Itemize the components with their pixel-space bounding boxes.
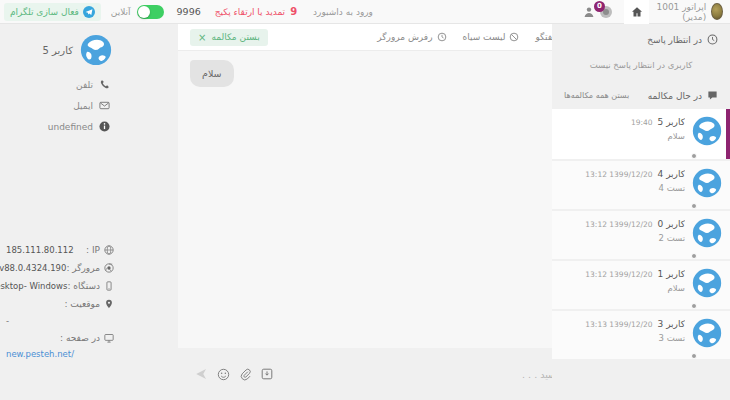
telegram-activate-button[interactable]: فعال سازی تلگرام bbox=[4, 3, 101, 21]
toggle-knob bbox=[138, 6, 150, 18]
attachment-icon[interactable] bbox=[239, 368, 252, 381]
home-icon bbox=[631, 6, 643, 18]
visitor-name: کاربر 5 bbox=[43, 45, 74, 56]
active-section-header: در حال مکالمه بستن همه مکالمه‌ها bbox=[552, 83, 730, 109]
notifications-button[interactable]: 0 bbox=[599, 5, 613, 19]
composer-icons bbox=[194, 367, 273, 381]
renew-label: تمدید یا ارتقاء پکیج bbox=[215, 7, 285, 17]
status-dot bbox=[691, 203, 697, 209]
chat-header: انتقال گفتگو لیست سیاه رفرش مرورگر بستن … bbox=[178, 24, 608, 51]
saved-replies-icon[interactable] bbox=[261, 368, 273, 380]
operator-name: اپراتور 1001 (مدیر) bbox=[656, 2, 706, 22]
chat-bubble-icon bbox=[707, 90, 718, 101]
current-page-link[interactable]: new.pesteh.net/ bbox=[0, 347, 122, 361]
close-all-link[interactable]: بستن همه مکالمه‌ها bbox=[564, 91, 629, 100]
visitor-email-row: ایمیل bbox=[0, 95, 122, 116]
online-status-group: آنلاین bbox=[111, 5, 164, 19]
phone-label: تلفن bbox=[76, 80, 93, 90]
location-value: - bbox=[0, 313, 122, 329]
dashboard-link[interactable]: ورود به داشبورد bbox=[313, 7, 373, 17]
close-conversation-button[interactable]: بستن مکالمه × bbox=[190, 29, 268, 46]
visitor-phone-row: تلفن bbox=[0, 74, 122, 95]
conversation-avatar bbox=[692, 318, 722, 359]
extra-label: undefined bbox=[48, 122, 93, 132]
globe-avatar-icon bbox=[80, 34, 112, 66]
home-button[interactable] bbox=[624, 0, 649, 24]
visitor-details: IP : 185.111.80.112 مرورگر : Chrome - v8… bbox=[0, 241, 122, 361]
status-dot bbox=[691, 353, 697, 359]
status-dot bbox=[691, 253, 697, 259]
ban-icon bbox=[509, 32, 519, 42]
blacklist-button[interactable]: لیست سیاه bbox=[463, 32, 520, 42]
online-label: آنلاین bbox=[111, 7, 131, 17]
message-input[interactable] bbox=[273, 369, 594, 380]
operator-profile[interactable]: اپراتور 1001 (مدیر) bbox=[649, 0, 730, 23]
visitor-header: کاربر 5 bbox=[0, 24, 122, 74]
notification-badge: 0 bbox=[594, 1, 605, 12]
email-icon bbox=[99, 100, 110, 111]
renew-badge: 9 bbox=[290, 6, 297, 17]
status-dot bbox=[691, 303, 697, 309]
telegram-label: فعال سازی تلگرام bbox=[10, 7, 79, 17]
globe-icon bbox=[104, 245, 114, 255]
conversation-avatar bbox=[692, 218, 722, 259]
device-value: Desktop- Windows bbox=[0, 281, 67, 291]
monitor-icon bbox=[104, 333, 114, 343]
renew-package-link[interactable]: 9 تمدید یا ارتقاء پکیج bbox=[215, 6, 297, 17]
visitor-avatar bbox=[80, 34, 112, 66]
email-label: ایمیل bbox=[73, 101, 93, 111]
selected-indicator bbox=[726, 109, 730, 159]
send-icon[interactable] bbox=[194, 367, 208, 381]
chat-area: انتقال گفتگو لیست سیاه رفرش مرورگر بستن … bbox=[178, 24, 608, 400]
waiting-empty-text: کاربری در انتظار پاسخ نیست bbox=[552, 51, 730, 83]
refresh-browser-button[interactable]: رفرش مرورگر bbox=[377, 32, 446, 42]
conversation-item[interactable]: کاربر 013:12 1399/12/20 تست 2 bbox=[552, 211, 730, 259]
status-dot bbox=[691, 153, 697, 159]
online-toggle[interactable] bbox=[137, 5, 164, 19]
detail-location: موقعیت : bbox=[0, 295, 122, 313]
waiting-section-header: در انتظار پاسخ bbox=[552, 24, 730, 51]
composer bbox=[178, 348, 608, 400]
clock-refresh-icon bbox=[437, 32, 447, 42]
globe-avatar-icon bbox=[692, 218, 722, 248]
detail-page: در صفحه : bbox=[0, 329, 122, 347]
detail-device: دستگاه : Desktop- Windows bbox=[0, 277, 122, 295]
operator-avatar bbox=[711, 3, 723, 20]
detail-ip: IP : 185.111.80.112 bbox=[0, 241, 122, 259]
globe-avatar-icon bbox=[692, 318, 722, 348]
telegram-icon bbox=[83, 6, 95, 18]
conversation-avatar bbox=[692, 168, 722, 209]
conversation-item[interactable]: کاربر 113:12 1399/12/20 سلام bbox=[552, 261, 730, 309]
phone-icon bbox=[99, 79, 110, 90]
browser-value: Chrome - v88.0.4324.190 bbox=[0, 263, 66, 273]
globe-avatar-icon bbox=[692, 116, 722, 146]
chat-message-bubble: سلام bbox=[190, 60, 234, 87]
pin-icon bbox=[104, 299, 114, 309]
conversation-item[interactable]: کاربر 313:13 1399/12/20 تست 3 bbox=[552, 311, 730, 359]
ip-value: 185.111.80.112 bbox=[6, 245, 74, 255]
close-icon: × bbox=[198, 32, 206, 43]
conversation-item[interactable]: کاربر 519:40 سلام bbox=[552, 109, 730, 159]
conversations-panel: در انتظار پاسخ کاربری در انتظار پاسخ نیس… bbox=[552, 24, 730, 400]
device-icon bbox=[104, 281, 114, 291]
conversation-avatar bbox=[692, 268, 722, 309]
visitor-extra-row: undefined bbox=[0, 116, 122, 137]
visitor-panel: کاربر 5 تلفن ایمیل undefined IP : 185.11… bbox=[0, 24, 122, 400]
clock-icon bbox=[707, 34, 718, 45]
globe-avatar-icon bbox=[692, 168, 722, 198]
topbar: اپراتور 1001 (مدیر) 0 ورود به داشبورد 9 … bbox=[0, 0, 730, 24]
emoji-icon[interactable] bbox=[217, 368, 230, 381]
credit-count: 9996 bbox=[177, 6, 201, 17]
detail-browser: مرورگر : Chrome - v88.0.4324.190 bbox=[0, 259, 122, 277]
conversation-item[interactable]: کاربر 413:12 1399/12/20 تست 4 bbox=[552, 161, 730, 209]
conversation-avatar bbox=[692, 116, 722, 159]
globe-avatar-icon bbox=[692, 268, 722, 298]
chrome-icon bbox=[104, 263, 114, 273]
info-icon bbox=[99, 121, 110, 132]
